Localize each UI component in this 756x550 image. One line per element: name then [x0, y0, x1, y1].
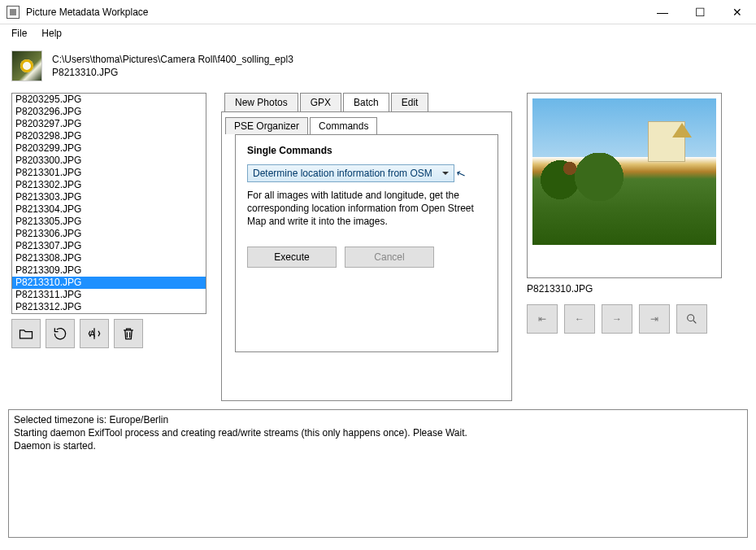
subtab-pse-organizer[interactable]: PSE Organizer — [225, 117, 308, 134]
menu-help[interactable]: Help — [35, 26, 68, 41]
folder-icon — [18, 325, 34, 342]
main-tabs: New PhotosGPXBatchEdit — [224, 92, 512, 111]
cursor-icon: ↖ — [454, 165, 468, 181]
zoom-button[interactable] — [676, 304, 707, 334]
svg-point-1 — [688, 315, 694, 321]
list-item[interactable]: P8213303.JPG — [12, 191, 206, 203]
sub-tab-content: Single Commands Determine location infor… — [227, 134, 506, 390]
window-title: Picture Metadata Workplace — [26, 7, 644, 18]
next-icon: → — [612, 313, 622, 325]
execute-button-label: Execute — [274, 251, 309, 263]
menu-file[interactable]: File — [5, 26, 33, 41]
list-item[interactable]: P8213304.JPG — [12, 203, 206, 216]
list-item[interactable]: P8203299.JPG — [12, 142, 206, 155]
list-item[interactable]: P8203295.JPG — [12, 94, 206, 106]
title-bar: Picture Metadata Workplace — ☐ ✕ — [0, 0, 756, 24]
cancel-button-label: Cancel — [374, 251, 404, 263]
list-item[interactable]: P8213311.JPG — [12, 289, 206, 301]
folder-thumb-icon — [11, 50, 42, 81]
single-commands-title: Single Commands — [247, 145, 486, 156]
list-item[interactable]: P8213306.JPG — [12, 228, 206, 240]
list-item[interactable]: P8203298.JPG — [12, 130, 206, 142]
file-list[interactable]: P8203295.JPGP8203296.JPGP8203297.JPGP820… — [11, 93, 206, 314]
list-item[interactable]: P8213302.JPG — [12, 179, 206, 191]
close-button[interactable]: ✕ — [719, 0, 756, 24]
preview-image — [532, 98, 716, 245]
nav-next-button[interactable]: → — [602, 304, 632, 334]
minimize-button[interactable]: — — [644, 0, 681, 24]
reload-icon — [52, 325, 68, 342]
nav-first-button[interactable]: ⇤ — [527, 304, 558, 334]
prev-icon: ← — [575, 313, 584, 325]
list-item[interactable]: P8213310.JPG — [12, 277, 206, 289]
tab-gpx[interactable]: GPX — [300, 93, 341, 111]
first-icon: ⇤ — [538, 313, 546, 325]
tab-batch[interactable]: Batch — [343, 93, 389, 111]
log-line: Daemon is started. — [14, 439, 742, 452]
rename-icon: A — [86, 325, 102, 342]
open-folder-button[interactable] — [11, 319, 41, 348]
rename-button[interactable]: A — [80, 319, 109, 348]
app-icon — [7, 6, 20, 19]
last-icon: ⇥ — [650, 313, 658, 325]
preview-box — [527, 93, 722, 278]
menu-bar: File Help — [0, 24, 756, 42]
magnifier-icon — [685, 312, 698, 325]
list-item[interactable]: P8213301.JPG — [12, 167, 206, 179]
list-item[interactable]: P8213305.JPG — [12, 216, 206, 228]
sub-tabs: PSE OrganizerCommands — [225, 116, 511, 133]
reload-button[interactable] — [46, 319, 75, 348]
preview-caption: P8213310.JPG — [527, 283, 745, 295]
list-item[interactable]: P8213309.JPG — [12, 264, 206, 277]
tab-edit[interactable]: Edit — [391, 93, 429, 111]
list-item[interactable]: P8213308.JPG — [12, 252, 206, 264]
nav-prev-button[interactable]: ← — [564, 304, 595, 334]
subtab-commands[interactable]: Commands — [310, 117, 377, 134]
current-folder-path: C:\Users\thoma\Pictures\Camera Roll\f400… — [52, 53, 293, 66]
command-dropdown-value: Determine location information from OSM — [253, 168, 432, 179]
maximize-button[interactable]: ☐ — [681, 0, 719, 24]
command-description: For all images with latitude and longitu… — [247, 189, 486, 229]
list-item[interactable]: P8203297.JPG — [12, 118, 206, 130]
tab-panel: PSE OrganizerCommands Single Commands De… — [221, 111, 512, 401]
log-output[interactable]: Selected timezone is: Europe/Berlin Star… — [8, 409, 748, 538]
svg-text:A: A — [89, 330, 95, 338]
trash-icon — [120, 325, 137, 342]
command-dropdown[interactable]: Determine location information from OSM … — [247, 164, 454, 182]
log-line: Selected timezone is: Europe/Berlin — [14, 413, 742, 426]
log-line: Starting daemon ExifTool process and cre… — [14, 426, 742, 439]
tab-new-photos[interactable]: New Photos — [224, 93, 298, 111]
list-item[interactable]: P8213312.JPG — [12, 301, 206, 313]
list-item[interactable]: P8203296.JPG — [12, 106, 206, 118]
execute-button[interactable]: Execute — [247, 247, 337, 268]
delete-button[interactable] — [114, 319, 143, 348]
nav-last-button[interactable]: ⇥ — [639, 304, 670, 334]
path-header: C:\Users\thoma\Pictures\Camera Roll\f400… — [0, 42, 756, 86]
current-file-name: P8213310.JPG — [52, 66, 293, 79]
list-item[interactable]: P8203300.JPG — [12, 155, 206, 167]
list-item[interactable]: P8213307.JPG — [12, 240, 206, 252]
cancel-button: Cancel — [345, 247, 434, 268]
